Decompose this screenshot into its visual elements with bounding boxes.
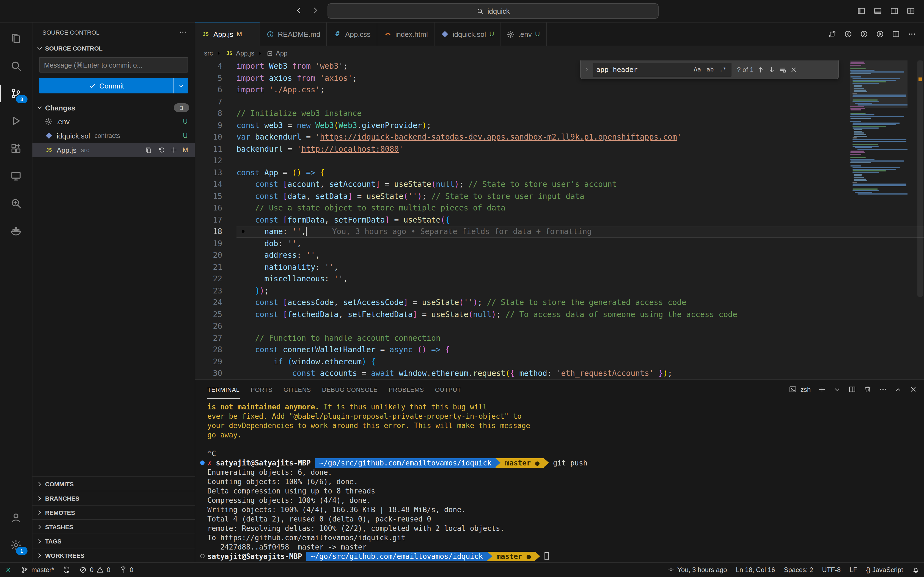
code-line-17[interactable]: 17 const [formData, setFormData] = useSt… (195, 214, 924, 226)
copy-icon[interactable] (145, 146, 152, 154)
maximize-panel-button[interactable] (894, 385, 902, 393)
scm-provider-header[interactable]: SOURCE CONTROL (32, 42, 195, 55)
activity-accounts[interactable] (0, 504, 32, 531)
history-back-button[interactable] (294, 6, 303, 16)
code-line-25[interactable]: 25 const [fetchedData, setFetchedData] =… (195, 309, 924, 321)
status-cursor-position[interactable]: Ln 18, Col 16 (732, 563, 780, 577)
code-line-10[interactable]: 10var backendurl = 'https://idquick-back… (195, 131, 924, 143)
code-line-20[interactable]: 20 address: '', (195, 250, 924, 261)
history-forward-button[interactable] (311, 6, 320, 16)
overview-ruler[interactable] (916, 60, 924, 379)
activity-search[interactable] (0, 52, 32, 80)
status-eol[interactable]: LF (845, 563, 862, 577)
tab-idquick.sol[interactable]: idquick.solU (435, 23, 501, 46)
sidebar-section-remotes[interactable]: REMOTES (32, 505, 195, 519)
breadcrumb-item-src[interactable]: src (204, 50, 213, 57)
command-center-search[interactable]: idquick (328, 3, 659, 19)
terminal[interactable]: is not maintained anymore. It is thus un… (195, 399, 924, 562)
next-change-button[interactable] (859, 30, 869, 39)
tab-.env[interactable]: .envU (501, 23, 547, 46)
terminal-more-button[interactable] (879, 385, 887, 393)
close-find-icon[interactable] (790, 66, 798, 73)
status-encoding[interactable]: UTF-8 (817, 563, 845, 577)
scm-file-App.js[interactable]: JSApp.jssrcM (32, 143, 195, 157)
code-line-6[interactable]: 6import './App.css'; (195, 84, 924, 96)
toggle-primary-sidebar-button[interactable] (857, 6, 866, 15)
panel-tab-terminal[interactable]: TERMINAL (202, 380, 245, 399)
find-in-selection-icon[interactable] (779, 66, 787, 73)
activity-settings[interactable]: 1 (0, 531, 32, 559)
split-terminal-button[interactable] (848, 385, 856, 393)
code-line-22[interactable]: 22 miscellaneous: '', (195, 273, 924, 285)
sidebar-more-actions-icon[interactable] (179, 28, 187, 36)
launch-profile[interactable]: zsh (789, 385, 811, 393)
code-line-28[interactable]: 28 const connectWalletHandler = async ()… (195, 344, 924, 356)
toggle-replace-icon[interactable] (584, 67, 590, 72)
scm-file-.env[interactable]: .envU (32, 114, 195, 129)
discard-icon[interactable] (157, 146, 165, 154)
tab-README.md[interactable]: README.md (260, 23, 327, 46)
command-decoration[interactable] (200, 461, 205, 465)
kill-terminal-button[interactable] (864, 385, 872, 393)
find-input[interactable]: app-header Aa ab .* (593, 62, 732, 77)
open-changes-button[interactable] (828, 30, 837, 39)
panel-tab-problems[interactable]: PROBLEMS (383, 380, 430, 399)
close-panel-button[interactable] (909, 385, 918, 393)
panel-tab-ports[interactable]: PORTS (245, 380, 278, 399)
status-blame[interactable]: You, 3 hours ago (662, 563, 732, 577)
status-branch[interactable]: master* (16, 563, 58, 577)
panel-tab-debug-console[interactable]: DEBUG CONSOLE (317, 380, 383, 399)
status-problems[interactable]: 00 (75, 563, 115, 577)
status-notifications[interactable] (908, 563, 924, 577)
activity-remote-explorer[interactable] (0, 162, 32, 190)
terminal-dropdown-button[interactable] (833, 385, 841, 393)
toggle-panel-button[interactable] (873, 6, 882, 15)
activity-gitlens[interactable] (0, 190, 32, 217)
panel-tab-output[interactable]: OUTPUT (430, 380, 467, 399)
code-line-23[interactable]: 23 }); (195, 285, 924, 297)
activity-extensions[interactable] (0, 135, 32, 162)
previous-match-icon[interactable] (757, 66, 764, 73)
activity-explorer[interactable] (0, 25, 32, 52)
changes-header[interactable]: Changes 3 (32, 101, 195, 114)
code-line-9[interactable]: 9const web3 = new Web3(Web3.givenProvide… (195, 119, 924, 131)
tab-App.js[interactable]: JSApp.jsM (195, 23, 260, 46)
toggle-secondary-sidebar-button[interactable] (890, 6, 899, 15)
activity-source-control[interactable]: 3 (0, 80, 32, 107)
scrollbar-thumb[interactable] (918, 60, 923, 297)
code-line-26[interactable]: 26 (195, 321, 924, 332)
code-line-14[interactable]: 14 const [account, setAccount] = useStat… (195, 179, 924, 190)
sidebar-section-stashes[interactable]: STASHES (32, 519, 195, 533)
code-line-11[interactable]: 11backendurl = 'http://localhost:8080' (195, 143, 924, 155)
minimap[interactable] (850, 61, 908, 379)
run-file-button[interactable] (876, 30, 884, 39)
code-line-15[interactable]: 15 const [data, setData] = useState('');… (195, 190, 924, 202)
status-ports[interactable]: 0 (115, 563, 137, 577)
status-remote-indicator[interactable] (0, 563, 16, 577)
code-line-19[interactable]: 19 dob: '', (195, 238, 924, 250)
scm-file-idquick.sol[interactable]: idquick.solcontractsU (32, 129, 195, 143)
split-editor-button[interactable] (892, 30, 900, 39)
status-indentation[interactable]: Spaces: 2 (779, 563, 817, 577)
code-line-18[interactable]: 18 name: '',You, 3 hours ago • Separate … (195, 226, 924, 238)
new-terminal-button[interactable] (818, 385, 826, 393)
activity-docker[interactable] (0, 217, 32, 245)
commit-button[interactable]: Commit (39, 78, 188, 93)
activity-run-and-debug[interactable] (0, 107, 32, 135)
previous-change-button[interactable] (844, 30, 853, 39)
breadcrumb-item-App[interactable]: App (267, 50, 288, 57)
code-line-8[interactable]: 8// Initialize web3 instance (195, 108, 924, 119)
match-case-toggle[interactable]: Aa (692, 65, 703, 74)
customize-layout-button[interactable] (906, 6, 915, 15)
sidebar-section-tags[interactable]: TAGS (32, 533, 195, 548)
breadcrumb-item-App.js[interactable]: JSApp.js (225, 49, 254, 58)
status-language[interactable]: {} JavaScript (862, 563, 908, 577)
code-line-21[interactable]: 21 nationality: '', (195, 261, 924, 273)
more-actions-button[interactable] (908, 30, 916, 39)
commit-dropdown-button[interactable] (173, 78, 188, 93)
code-line-7[interactable]: 7 (195, 96, 924, 108)
code-line-29[interactable]: 29 if (window.ethereum) { (195, 356, 924, 367)
code-line-13[interactable]: 13const App = () => { (195, 167, 924, 179)
close-icon[interactable] (246, 31, 254, 38)
tab-App.css[interactable]: #App.css (327, 23, 377, 46)
